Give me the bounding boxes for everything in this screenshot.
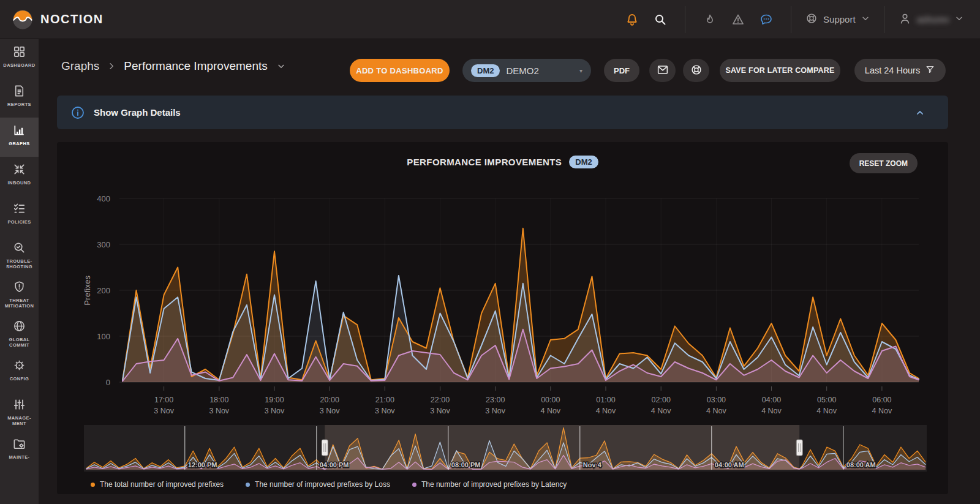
topbar-actions: Support ashurev — [621, 6, 980, 33]
sidebar-item-global-commit[interactable]: GLOBAL COMMIT — [0, 314, 39, 353]
legend-item[interactable]: The number of improved prefixes by Loss — [246, 480, 390, 489]
username: ashurev — [917, 14, 949, 24]
device-badge: DM2 — [471, 64, 500, 77]
chart-legend: The total number of improved prefixesThe… — [91, 480, 567, 489]
device-name: DEMO2 — [506, 66, 538, 76]
chevron-down-icon — [861, 13, 870, 25]
sidebar-item-label: MAINTE- — [9, 454, 29, 460]
sidebar-item-label: REPORTS — [7, 102, 31, 107]
chat-bubble-icon[interactable] — [755, 9, 777, 31]
performance-improvements-chart[interactable]: 0100200300400Prefixes17:003 Nov18:003 No… — [57, 179, 948, 421]
legend-label: The number of improved prefixes by Loss — [255, 480, 390, 489]
sidebar-item-inbound[interactable]: INBOUND — [0, 157, 39, 196]
sidebar-item-reports[interactable]: REPORTS — [0, 78, 39, 118]
breadcrumb: Graphs Performance Improvements — [61, 59, 286, 73]
chevron-up-icon[interactable] — [914, 107, 926, 119]
svg-text:01:00: 01:00 — [596, 396, 615, 404]
sidebar-item-config[interactable]: CONFIG — [0, 353, 39, 392]
sidebar-item-label: INBOUND — [8, 180, 31, 186]
legend-dot-icon — [91, 483, 95, 487]
user-avatar-icon — [898, 12, 912, 28]
reports-icon — [12, 84, 26, 98]
management-icon — [12, 397, 26, 412]
svg-text:300: 300 — [97, 240, 110, 249]
time-range-button[interactable]: Last 24 Hours — [854, 59, 946, 82]
svg-text:3 Nov: 3 Nov — [430, 407, 450, 415]
caret-down-icon: ▾ — [579, 67, 582, 74]
main-content: Graphs Performance Improvements ADD TO D… — [39, 39, 980, 504]
chart-device-badge: DM2 — [569, 156, 598, 168]
graph-details-toggle[interactable]: Show Graph Details — [57, 96, 948, 129]
svg-text:22:00: 22:00 — [431, 396, 450, 404]
svg-text:05:00: 05:00 — [817, 396, 836, 404]
breadcrumb-root[interactable]: Graphs — [61, 59, 99, 73]
brand-name: NOCTION — [40, 12, 104, 26]
pdf-button[interactable]: PDF — [604, 59, 639, 82]
legend-dot-icon — [246, 483, 250, 487]
add-to-dashboard-button[interactable]: ADD TO DASHBOARD — [350, 59, 450, 82]
sidebar-item-threat-mitigation[interactable]: THREAT MITIGATION — [0, 274, 39, 314]
chevron-down-icon — [954, 13, 964, 25]
svg-text:Prefixes: Prefixes — [83, 275, 92, 305]
sidebar-item-policies[interactable]: POLICIES — [0, 196, 39, 235]
legend-label: The total number of improved prefixes — [100, 480, 224, 489]
envelope-icon — [656, 63, 669, 78]
config-icon — [12, 358, 26, 372]
legend-item[interactable]: The total number of improved prefixes — [91, 480, 224, 489]
reset-zoom-button[interactable]: RESET ZOOM — [850, 153, 918, 173]
user-menu[interactable]: ashurev — [898, 12, 964, 28]
svg-text:Nov 4: Nov 4 — [583, 461, 602, 468]
svg-text:17:00: 17:00 — [154, 396, 173, 404]
divider — [791, 6, 791, 33]
svg-text:4 Nov: 4 Nov — [540, 407, 560, 415]
svg-text:100: 100 — [97, 332, 110, 341]
device-select[interactable]: DM2 DEMO2 ▾ — [462, 59, 591, 82]
brush-handle[interactable] — [796, 440, 802, 456]
sidebar-item-label: TROUBLE-SHOOTING — [1, 258, 37, 269]
notifications-bell-icon[interactable] — [621, 9, 643, 31]
global-commit-icon — [12, 319, 26, 333]
svg-text:200: 200 — [97, 286, 110, 295]
details-label: Show Graph Details — [94, 107, 181, 118]
lifebuoy-icon — [805, 12, 818, 27]
legend-dot-icon — [412, 483, 417, 487]
email-button[interactable] — [649, 59, 676, 82]
svg-text:4 Nov: 4 Nov — [596, 407, 616, 415]
svg-text:02:00: 02:00 — [652, 396, 671, 404]
svg-text:3 Nov: 3 Nov — [320, 407, 340, 415]
threat-mitigation-icon — [12, 280, 26, 294]
chart-card: PERFORMANCE IMPROVEMENTS DM2 RESET ZOOM … — [57, 142, 948, 494]
svg-text:23:00: 23:00 — [486, 396, 505, 404]
svg-text:21:00: 21:00 — [375, 396, 394, 404]
sidebar-item-mainte[interactable]: MAINTE- — [0, 431, 39, 470]
warning-triangle-icon[interactable] — [727, 9, 749, 31]
sidebar-item-manage-ment[interactable]: MANAGE-MENT — [0, 392, 39, 431]
help-lifebuoy-button[interactable] — [683, 59, 709, 82]
save-for-later-compare-button[interactable]: SAVE FOR LATER COMPARE — [720, 59, 840, 82]
support-menu[interactable]: Support — [805, 12, 870, 27]
chart-navigator[interactable]: 12:00 PM04:00 PM08:00 PMNov 404:00 AM08:… — [84, 425, 927, 472]
dashboard-icon — [12, 45, 26, 59]
policies-icon — [12, 201, 26, 216]
flame-icon[interactable] — [699, 9, 721, 31]
lifebuoy-icon — [690, 63, 703, 78]
brand[interactable]: NOCTION — [0, 8, 104, 31]
legend-item[interactable]: The number of improved prefixes by Laten… — [412, 480, 567, 489]
chart-title: PERFORMANCE IMPROVEMENTS — [407, 157, 562, 167]
svg-text:04:00 PM: 04:00 PM — [320, 461, 349, 468]
svg-text:3 Nov: 3 Nov — [209, 407, 229, 415]
sidebar: DASHBOARDREPORTSGRAPHSINBOUNDPOLICIESTRO… — [0, 39, 39, 504]
sidebar-item-graphs[interactable]: GRAPHS — [0, 118, 39, 157]
svg-text:03:00: 03:00 — [707, 396, 726, 404]
svg-text:12:00 PM: 12:00 PM — [188, 461, 217, 468]
sidebar-item-dashboard[interactable]: DASHBOARD — [0, 39, 39, 78]
svg-text:08:00 PM: 08:00 PM — [451, 461, 481, 468]
time-range-label: Last 24 Hours — [865, 66, 920, 75]
inbound-icon — [12, 162, 26, 176]
brush-handle[interactable] — [322, 440, 328, 456]
search-icon[interactable] — [649, 9, 671, 31]
svg-text:3 Nov: 3 Nov — [154, 407, 174, 415]
sidebar-item-trouble-shooting[interactable]: TROUBLE-SHOOTING — [0, 235, 39, 274]
graph-selector-caret-icon[interactable] — [276, 61, 286, 71]
svg-text:3 Nov: 3 Nov — [375, 407, 395, 415]
